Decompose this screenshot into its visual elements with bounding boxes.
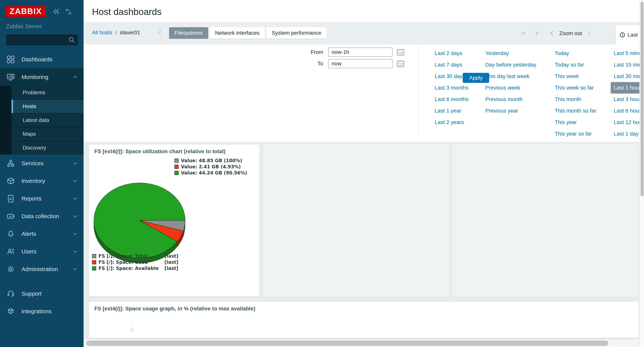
search-input[interactable] [6, 34, 78, 45]
sidebar-item-label: Reports [22, 195, 73, 202]
tabs-scroll-right-button[interactable] [535, 30, 539, 36]
chevron-down-icon [73, 232, 78, 236]
quick-range-link[interactable]: Last 1 year [435, 105, 468, 116]
to-input[interactable] [328, 59, 392, 68]
chevron-down-icon [73, 268, 78, 271]
alerts-bell-icon [6, 230, 15, 238]
reports-icon [6, 194, 15, 203]
sidebar-subitem-discovery[interactable]: Discovery [12, 141, 84, 154]
quick-range-link[interactable]: This week so far [555, 82, 596, 94]
gear-icon [6, 265, 15, 273]
from-calendar-button[interactable] [396, 48, 405, 56]
tab-system-performance[interactable]: System performance [266, 27, 326, 39]
zoom-out-button[interactable]: Zoom out [559, 30, 582, 36]
quick-range-link[interactable]: Last 6 months [435, 94, 468, 105]
inventory-icon [6, 177, 15, 185]
horizontal-scrollbar-thumb[interactable] [86, 340, 608, 346]
horizontal-scrollbar[interactable] [84, 339, 640, 347]
subitem-label: Discovery [22, 145, 46, 151]
breadcrumb-all-hosts-link[interactable]: All hosts [92, 30, 112, 36]
quick-range-link[interactable]: Last 3 months [435, 82, 468, 94]
sidebar-item-support[interactable]: Support [0, 285, 84, 302]
quick-range-link[interactable]: This year so far [555, 128, 596, 140]
quick-range-link[interactable]: Today [555, 48, 596, 59]
series-name: FS [/]: Space: Total [98, 254, 164, 259]
sidebar-menu: Dashboards Monitoring [0, 50, 84, 320]
quick-range-link[interactable]: This year [555, 116, 596, 128]
chevron-down-icon [520, 31, 526, 36]
sidebar-item-label: Support [22, 290, 79, 297]
quick-range-link[interactable]: Last 15 minutes [614, 59, 640, 70]
tab-network-interfaces[interactable]: Network interfaces [210, 27, 265, 39]
from-input[interactable] [328, 48, 392, 57]
sidebar-item-administration[interactable]: Administration [0, 260, 84, 278]
quick-range-column-3: Today Today so far This week This week s… [555, 48, 596, 140]
monitoring-icon [6, 73, 15, 81]
quick-range-link[interactable]: Last 7 days [435, 59, 468, 70]
sidebar-item-monitoring[interactable]: Monitoring [0, 68, 84, 86]
subitem-label: Problems [22, 90, 45, 96]
sidebar-subitem-hosts[interactable]: Hosts [12, 100, 84, 113]
quick-range-link[interactable]: Last 2 days [435, 48, 468, 59]
quick-range-link[interactable]: Day before yesterday [485, 59, 536, 70]
collapse-sidebar-button[interactable] [52, 8, 60, 14]
quick-range-link[interactable]: This week [555, 70, 596, 82]
quick-range-link[interactable]: Last 12 hours [614, 116, 640, 128]
vertical-scrollbar[interactable] [640, 0, 644, 347]
quick-range-link[interactable]: Last 5 minutes [614, 48, 640, 59]
sidebar-item-label: Users [22, 248, 73, 255]
sidebar-footer: Support Integrations [0, 285, 84, 320]
sidebar-item-inventory[interactable]: Inventory [0, 172, 84, 190]
quick-range-link[interactable]: Today so far [555, 59, 596, 70]
sidebar-subitem-maps[interactable]: Maps [12, 127, 84, 141]
zabbix-logo: ZABBIX [6, 6, 46, 17]
chevron-down-icon [73, 197, 78, 200]
sidebar-item-alerts[interactable]: Alerts [0, 225, 84, 243]
quick-range-link[interactable]: This month so far [555, 105, 596, 116]
tabs-dropdown-button[interactable] [520, 31, 526, 36]
filter-divider [418, 48, 418, 138]
legend-swatch-red [92, 260, 96, 264]
time-forward-button[interactable] [587, 30, 592, 36]
series-name: FS [/]: Space: Available [98, 266, 164, 271]
time-back-button[interactable] [550, 30, 554, 36]
support-headset-icon [6, 290, 15, 298]
quick-range-link[interactable]: Last 2 years [435, 116, 468, 128]
quick-range-link[interactable]: Last 6 hours [614, 105, 640, 116]
quick-range-link[interactable]: Last 30 minutes [614, 70, 640, 82]
quick-range-link-selected[interactable]: Last 1 hour [611, 82, 640, 94]
tab-filesystems[interactable]: Filesystems [169, 27, 208, 39]
sidebar: ZABBIX Zabbix Server [0, 0, 84, 347]
quick-range-link[interactable]: Previous month [485, 94, 536, 105]
quick-range-link[interactable]: Previous year [485, 105, 536, 116]
sidebar-item-label: Data collection [22, 213, 73, 220]
pie-chart [89, 144, 260, 296]
series-function: [last] [164, 266, 178, 271]
quick-range-link[interactable]: Last 30 days [435, 70, 468, 82]
sidebar-item-dashboards[interactable]: Dashboards [0, 50, 84, 68]
quick-range-link[interactable]: Last 1 day [614, 128, 640, 140]
page-header: Host dashboards [84, 0, 644, 22]
quick-range-link[interactable]: Last 3 hours [614, 94, 640, 105]
sidebar-item-label: Services [22, 160, 73, 166]
sidebar-item-services[interactable]: Services [0, 154, 84, 172]
breadcrumb-host: slaver01 [120, 30, 140, 36]
kiosk-mode-button[interactable] [65, 8, 72, 15]
to-calendar-button[interactable] [396, 60, 405, 68]
quick-range-link[interactable]: Yesterday [485, 48, 536, 59]
sidebar-subitem-latest-data[interactable]: Latest data [12, 114, 84, 127]
sidebar-section-monitoring: Monitoring Problems Hosts Latest data Ma… [0, 68, 84, 154]
quick-range-link[interactable]: This day last week [485, 70, 536, 82]
vertical-scrollbar-thumb[interactable] [640, 2, 644, 196]
sidebar-item-reports[interactable]: Reports [0, 190, 84, 208]
series-name: FS [/]: Space: Used [98, 260, 164, 265]
widget-title[interactable]: FS [ext4(/)]: Space usage graph, in % (r… [94, 306, 255, 312]
sidebar-item-data-collection[interactable]: Data collection [0, 208, 84, 225]
sidebar-item-users[interactable]: Users [0, 243, 84, 260]
quick-range-link[interactable]: Previous week [485, 82, 536, 94]
sidebar-item-integrations[interactable]: Integrations [0, 302, 84, 320]
quick-range-link[interactable]: This month [555, 94, 596, 105]
sidebar-subitem-problems[interactable]: Problems [12, 86, 84, 99]
subitem-label: Latest data [22, 117, 49, 123]
time-filter-panel: From To [84, 44, 640, 142]
